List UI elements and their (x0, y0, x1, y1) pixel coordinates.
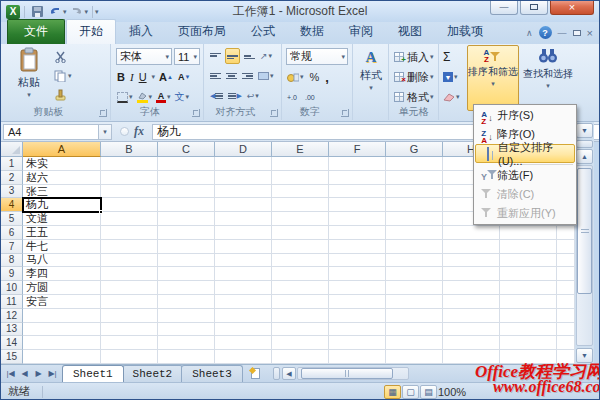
cell-B5[interactable] (101, 212, 158, 226)
cell-D7[interactable] (215, 240, 272, 254)
fill-button[interactable]: ▼▾ (442, 69, 461, 85)
find-select-button[interactable]: 查找和选择 ▾ (521, 45, 575, 111)
cell-C12[interactable] (158, 309, 215, 323)
cell-D4[interactable] (215, 198, 272, 212)
row-header-10[interactable]: 10 (1, 281, 23, 295)
cell-C1[interactable] (158, 157, 215, 171)
accounting-format-button[interactable]: ▾ (286, 69, 305, 85)
cell-A7[interactable]: 牛七 (23, 240, 101, 254)
insert-cells-button[interactable]: +插入▾ (393, 49, 435, 65)
cell-C14[interactable] (158, 336, 215, 350)
cell-I7[interactable] (500, 240, 557, 254)
styles-button[interactable]: A 样式 ▾ (356, 49, 386, 92)
cell-F14[interactable] (329, 336, 386, 350)
cell-C5[interactable] (158, 212, 215, 226)
row-header-14[interactable]: 14 (1, 336, 23, 350)
cell-F6[interactable] (329, 226, 386, 240)
minimize-button[interactable]: — (490, 0, 518, 15)
vertical-scroll-track[interactable] (576, 165, 593, 346)
cell-D14[interactable] (215, 336, 272, 350)
cell-C8[interactable] (158, 254, 215, 268)
cell-E3[interactable] (272, 185, 329, 199)
column-header-B[interactable]: B (101, 142, 158, 157)
paste-button[interactable]: 粘贴 ▾ (11, 47, 47, 99)
cell-D9[interactable] (215, 267, 272, 281)
row-header-4[interactable]: 4 (1, 198, 23, 212)
cell-D5[interactable] (215, 212, 272, 226)
copy-dropdown-icon[interactable]: ▾ (68, 72, 72, 80)
cell-E15[interactable] (272, 350, 329, 364)
cell-B3[interactable] (101, 185, 158, 199)
paste-dropdown-icon[interactable]: ▾ (27, 91, 31, 99)
cell-B12[interactable] (101, 309, 158, 323)
merge-center-button[interactable]: ▾ (257, 68, 275, 84)
cell-E13[interactable] (272, 323, 329, 337)
cell-F13[interactable] (329, 323, 386, 337)
undo-icon[interactable] (47, 5, 63, 19)
cell-F7[interactable] (329, 240, 386, 254)
scroll-left-icon[interactable]: ◀ (282, 367, 296, 380)
cell-D13[interactable] (215, 323, 272, 337)
cell-F15[interactable] (329, 350, 386, 364)
cell-I9[interactable] (500, 267, 557, 281)
autosum-button[interactable]: Σ (442, 49, 461, 65)
cell-A2[interactable]: 赵六 (23, 171, 101, 185)
center-button[interactable] (225, 68, 238, 84)
menu-item-2[interactable]: 自定义排序(U)... (475, 144, 575, 163)
ribbon-tab-加载项[interactable]: 加载项 (435, 20, 495, 44)
cell-E14[interactable] (272, 336, 329, 350)
orientation-button[interactable]: ↗▾ (259, 48, 273, 64)
expand-formula-bar-icon[interactable]: ▼ (576, 123, 593, 138)
cell-A11[interactable]: 安言 (23, 295, 101, 309)
format-painter-button[interactable] (53, 87, 73, 103)
cell-C13[interactable] (158, 323, 215, 337)
font-name-combo[interactable]: 宋体▾ (116, 48, 172, 65)
column-header-C[interactable]: C (158, 142, 215, 157)
cell-G11[interactable] (386, 295, 443, 309)
horizontal-scroll-thumb[interactable] (301, 368, 393, 379)
cell-F1[interactable] (329, 157, 386, 171)
cell-C9[interactable] (158, 267, 215, 281)
cell-E4[interactable] (272, 198, 329, 212)
row-header-12[interactable]: 12 (1, 309, 23, 323)
tab-split-handle[interactable] (273, 367, 280, 380)
ribbon-tab-开始[interactable]: 开始 (66, 19, 116, 44)
cell-F8[interactable] (329, 254, 386, 268)
comma-style-button[interactable]: , (324, 69, 330, 85)
save-icon[interactable] (29, 5, 45, 19)
cell-A10[interactable]: 方圆 (23, 281, 101, 295)
cell-B9[interactable] (101, 267, 158, 281)
cell-E5[interactable] (272, 212, 329, 226)
sort-filter-button[interactable]: AZ 排序和筛选 ▾ (467, 45, 519, 111)
number-dialog-launcher-icon[interactable] (341, 109, 349, 117)
cell-E12[interactable] (272, 309, 329, 323)
insert-worksheet-icon[interactable] (247, 366, 265, 381)
excel-app-icon[interactable]: X (6, 5, 20, 19)
cell-G1[interactable] (386, 157, 443, 171)
cell-H13[interactable] (443, 323, 500, 337)
cell-C7[interactable] (158, 240, 215, 254)
cell-I14[interactable] (500, 336, 557, 350)
cell-x6[interactable] (557, 226, 575, 240)
cell-E1[interactable] (272, 157, 329, 171)
font-color-button[interactable]: A▾ (155, 89, 172, 105)
next-sheet-icon[interactable]: ▶ (32, 367, 45, 380)
cell-x12[interactable] (557, 309, 575, 323)
cell-B1[interactable] (101, 157, 158, 171)
close-button[interactable]: × (550, 0, 594, 15)
format-cells-button[interactable]: 格式▾ (393, 89, 435, 105)
decrease-decimal-button[interactable]: .00 (304, 89, 316, 105)
bottom-align-button[interactable] (243, 48, 256, 64)
cell-H7[interactable] (443, 240, 500, 254)
cell-A5[interactable]: 文道 (23, 212, 101, 226)
scroll-up-icon[interactable]: ▲ (576, 149, 593, 164)
column-header-G[interactable]: G (386, 142, 443, 157)
cell-B15[interactable] (101, 350, 158, 364)
sheet-tab-Sheet1[interactable]: Sheet1 (62, 365, 124, 382)
underline-dropdown-icon[interactable]: ▾ (152, 73, 156, 81)
cell-H11[interactable] (443, 295, 500, 309)
last-sheet-icon[interactable]: ▶| (46, 367, 59, 380)
cell-x14[interactable] (557, 336, 575, 350)
column-header-E[interactable]: E (272, 142, 329, 157)
horizontal-scroll-track[interactable] (297, 367, 409, 380)
